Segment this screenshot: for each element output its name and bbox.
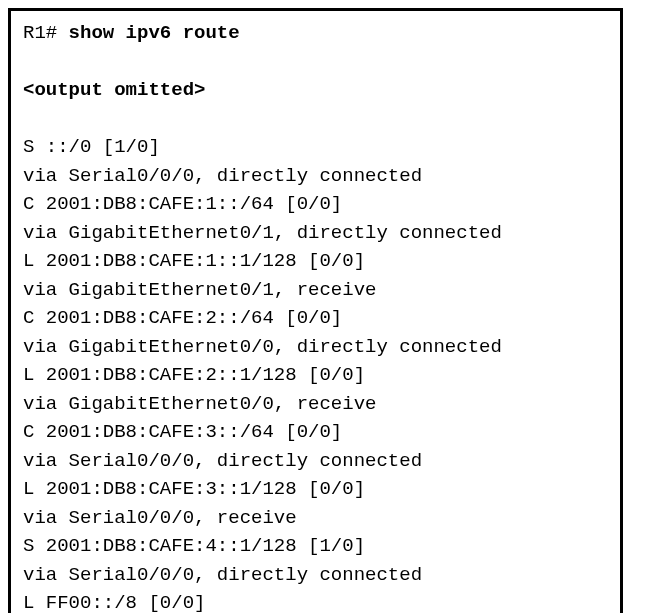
route-line: via GigabitEthernet0/1, receive [23, 276, 608, 305]
route-line: C 2001:DB8:CAFE:3::/64 [0/0] [23, 418, 608, 447]
terminal-output: R1# show ipv6 route <output omitted> S :… [8, 8, 623, 613]
route-line: S 2001:DB8:CAFE:4::1/128 [1/0] [23, 532, 608, 561]
route-line: C 2001:DB8:CAFE:1::/64 [0/0] [23, 190, 608, 219]
route-line: via GigabitEthernet0/1, directly connect… [23, 219, 608, 248]
route-line: via Serial0/0/0, directly connected [23, 162, 608, 191]
route-line: via GigabitEthernet0/0, receive [23, 390, 608, 419]
route-line: L 2001:DB8:CAFE:1::1/128 [0/0] [23, 247, 608, 276]
command-line: R1# show ipv6 route [23, 19, 608, 48]
route-line: L 2001:DB8:CAFE:2::1/128 [0/0] [23, 361, 608, 390]
route-line: L FF00::/8 [0/0] [23, 589, 608, 613]
route-line: via Serial0/0/0, directly connected [23, 561, 608, 590]
prompt: R1# [23, 22, 69, 44]
route-line: via Serial0/0/0, directly connected [23, 447, 608, 476]
route-line: L 2001:DB8:CAFE:3::1/128 [0/0] [23, 475, 608, 504]
omitted-note: <output omitted> [23, 76, 608, 105]
route-line: via GigabitEthernet0/0, directly connect… [23, 333, 608, 362]
blank-line [23, 48, 608, 77]
command-text: show ipv6 route [69, 22, 240, 44]
route-line: C 2001:DB8:CAFE:2::/64 [0/0] [23, 304, 608, 333]
route-line: S ::/0 [1/0] [23, 133, 608, 162]
route-line: via Serial0/0/0, receive [23, 504, 608, 533]
blank-line [23, 105, 608, 134]
